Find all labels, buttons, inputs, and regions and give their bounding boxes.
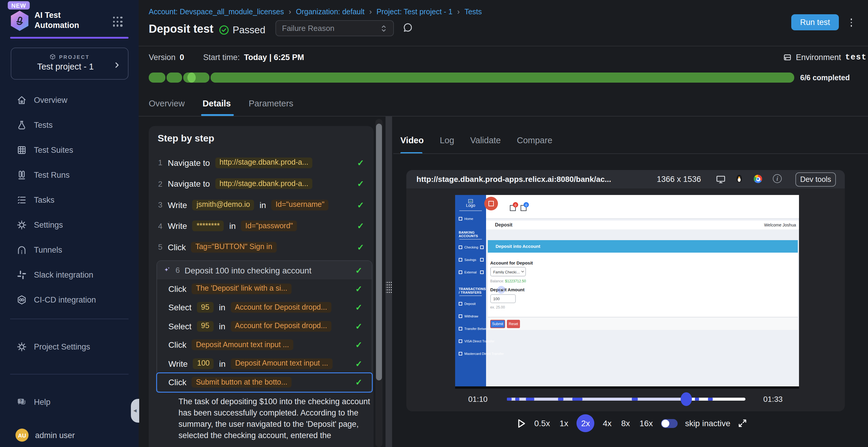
breadcrumb-link[interactable]: Account: Devspace_all_module_licenses <box>149 8 284 16</box>
tab-overview[interactable]: Overview <box>149 99 185 108</box>
progress-segment[interactable] <box>183 72 209 82</box>
video-tab-validate[interactable]: Validate <box>470 136 501 145</box>
sidebar-item-test-runs[interactable]: Test Runs <box>0 162 138 187</box>
substep-row[interactable]: Select95inAccount for Deposit dropd...✓ <box>157 317 372 336</box>
panel-resize-divider[interactable] <box>385 116 392 447</box>
timeline-marker[interactable] <box>558 398 563 401</box>
bank-nav-mastercard-direct-transfer[interactable]: Mastercard Direct Transfer <box>459 350 485 357</box>
svg-text:?: ? <box>20 399 22 403</box>
progress-segment[interactable] <box>211 72 794 82</box>
info-icon[interactable]: i <box>773 174 782 183</box>
bank-nav-savings[interactable]: Savings <box>459 256 485 263</box>
comment-icon[interactable] <box>402 22 413 33</box>
timeline-marker[interactable] <box>526 398 534 401</box>
speed-4x[interactable]: 4x <box>602 418 613 428</box>
substep-row[interactable]: Select95inAccount for Deposit dropd...✓ <box>157 298 372 317</box>
sidebar-item-tasks[interactable]: Tasks <box>0 187 138 212</box>
tab-details[interactable]: Details <box>203 99 231 108</box>
step-text: Click <box>168 340 187 350</box>
bank-nav-deposit[interactable]: Deposit <box>459 300 485 307</box>
scrollbar-thumb[interactable] <box>376 124 382 380</box>
video-tab-log[interactable]: Log <box>440 136 454 145</box>
bank-nav-external[interactable]: External <box>459 269 485 276</box>
more-menu-icon[interactable] <box>847 15 856 30</box>
sidebar-item-ci-cd-integration[interactable]: CI-CD integration <box>0 287 138 312</box>
timeline-marker[interactable] <box>708 398 713 401</box>
bank-nav-visa-direct-transfer[interactable]: VISA Direct Transfer <box>459 338 485 345</box>
sidebar-item-project-settings[interactable]: Project Settings <box>0 334 138 359</box>
timeline-marker[interactable] <box>507 398 512 401</box>
step-row[interactable]: 1Navigate tohttp://stage.dbank.prod-a...… <box>149 152 374 173</box>
sidebar-item-slack-integration[interactable]: Slack integration <box>0 262 138 287</box>
progress-segment[interactable] <box>166 72 182 82</box>
substep-row[interactable]: ClickThe 'Deposit' link with a si...✓ <box>157 279 372 298</box>
deposit-amount-input[interactable]: 100 <box>490 294 516 303</box>
step-text: Click <box>168 284 187 294</box>
step-row[interactable]: 5ClickTag="BUTTON" Sign in✓ <box>149 237 374 258</box>
timeline-marker[interactable] <box>572 398 583 401</box>
speed-1x[interactable]: 1x <box>558 418 570 428</box>
speed-8x[interactable]: 8x <box>620 418 631 428</box>
timeline-thumb[interactable] <box>681 392 692 406</box>
step-row[interactable]: 4Write********inId="password"✓ <box>149 215 374 237</box>
user-menu[interactable]: AU admin user <box>0 423 154 447</box>
sidebar-collapse-handle[interactable]: ◀ <box>131 399 139 423</box>
fullscreen-icon[interactable] <box>737 418 747 428</box>
timeline-marker[interactable] <box>515 398 519 401</box>
video-timeline[interactable] <box>507 398 745 401</box>
account-select[interactable]: Family Checking (Standard Checking) <box>490 267 526 276</box>
bank-section-title: TRANSACTIONS / TRANSFERS <box>459 287 486 294</box>
bank-nav-withdraw[interactable]: Withdraw <box>459 313 485 320</box>
substep-row[interactable]: ClickDeposit Amount text input ...✓ <box>157 336 372 354</box>
run-test-button[interactable]: Run test <box>791 14 839 30</box>
timeline-marker[interactable] <box>632 398 638 401</box>
check-icon: ✓ <box>355 340 362 350</box>
play-icon[interactable] <box>517 418 526 428</box>
bank-nav-transfer-between-accounts[interactable]: Transfer Between Accounts <box>459 325 485 332</box>
timeline-marker[interactable] <box>695 398 699 401</box>
substep-row-selected[interactable]: ClickSubmit button at the botto...✓ <box>157 373 372 392</box>
cube-icon <box>50 54 56 60</box>
substep-row[interactable]: Write100inDeposit Amount text input ...✓ <box>157 354 372 373</box>
speed-2x[interactable]: 2x <box>577 414 595 432</box>
chevron-right-icon <box>113 61 121 69</box>
sidebar-item-help[interactable]: ?Help <box>0 389 138 414</box>
step-group[interactable]: 6 Deposit 100 into checking account ✓ Cl… <box>156 260 372 392</box>
check-icon: ✓ <box>355 321 362 331</box>
failure-reason-select[interactable]: Failure Reason <box>275 20 394 36</box>
breadcrumb-link[interactable]: Project: Test project - 1 <box>377 8 453 16</box>
breadcrumb-link[interactable]: Organization: default <box>296 8 365 16</box>
help-icon: ? <box>17 397 27 407</box>
step-row[interactable]: 3Writejsmith@demo.ioinId="username"✓ <box>149 194 374 215</box>
project-selector[interactable]: PROJECT Test project - 1 <box>11 47 128 80</box>
skip-inactive-toggle[interactable] <box>661 419 678 428</box>
time-total: 01:33 <box>763 395 783 404</box>
speed-0.5x[interactable]: 0.5x <box>533 418 551 428</box>
step-group-header[interactable]: 6 Deposit 100 into checking account ✓ <box>157 261 372 279</box>
bank-deposit-form: Account for Deposit Family Checking (Sta… <box>488 253 798 317</box>
tab-parameters[interactable]: Parameters <box>249 99 293 108</box>
devtools-button[interactable]: Dev tools <box>796 172 836 187</box>
bank-reset-button[interactable]: Reset <box>507 320 520 328</box>
sidebar-item-tests[interactable]: Tests <box>0 112 138 137</box>
drag-handle-icon[interactable] <box>385 281 392 294</box>
status-badge: Passed <box>232 24 265 36</box>
sidebar-item-test-suites[interactable]: Test Suites <box>0 137 138 162</box>
steps-scrollbar[interactable] <box>375 119 382 447</box>
step-row[interactable]: 2Navigate tohttp://stage.dbank.prod-a...… <box>149 173 374 194</box>
bank-nav-home[interactable]: Home <box>459 215 485 222</box>
divider <box>393 153 868 154</box>
breadcrumb-link[interactable]: Tests <box>464 8 482 16</box>
sidebar-item-overview[interactable]: Overview <box>0 88 138 112</box>
progress-segment[interactable] <box>149 72 165 82</box>
select-chevrons-icon <box>380 24 387 33</box>
bank-submit-button[interactable]: Submit <box>490 320 505 328</box>
sidebar-item-tunnels[interactable]: Tunnels <box>0 237 138 262</box>
video-tab-video[interactable]: Video <box>400 136 424 145</box>
sidebar-item-settings[interactable]: Settings <box>0 212 138 237</box>
bank-nav-checking[interactable]: Checking <box>459 244 485 251</box>
apps-grid-icon[interactable] <box>113 16 123 27</box>
video-tab-compare[interactable]: Compare <box>517 136 552 145</box>
speed-16x[interactable]: 16x <box>638 418 654 428</box>
sidebar-nav-help: ?Help <box>0 389 138 414</box>
